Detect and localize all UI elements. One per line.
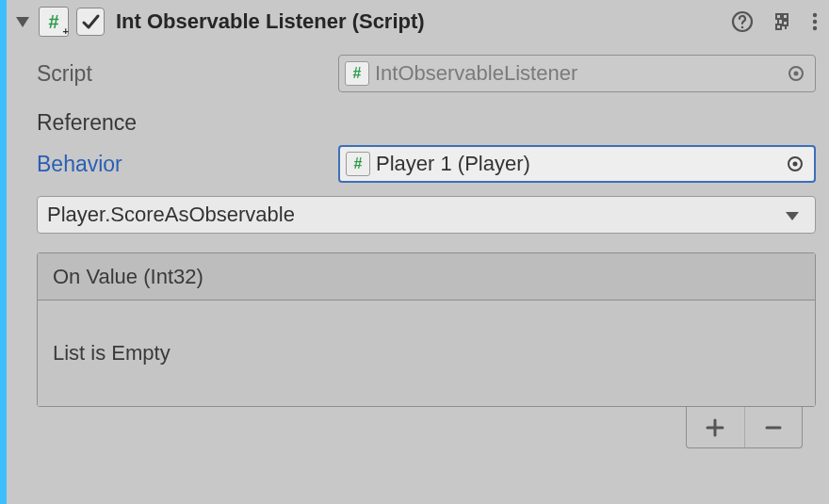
svg-point-7: [813, 26, 817, 30]
add-event-button[interactable]: [687, 407, 744, 447]
reference-row: Reference: [37, 102, 816, 143]
dropdown-row: Player.ScoreAsObservable: [37, 196, 816, 234]
svg-marker-0: [16, 17, 29, 27]
behavior-field[interactable]: # Player 1 (Player): [338, 145, 816, 183]
event-block: On Value (Int32) List is Empty: [37, 252, 816, 407]
script-field[interactable]: # IntObservableListener: [338, 55, 816, 92]
reference-label: Reference: [37, 110, 338, 136]
presets-icon[interactable]: [771, 10, 793, 33]
svg-point-9: [794, 72, 799, 76]
object-picker-icon[interactable]: [787, 64, 805, 83]
hash-icon: #: [354, 156, 363, 171]
svg-point-11: [793, 162, 798, 167]
script-value: IntObservableListener: [375, 61, 577, 86]
help-icon[interactable]: [731, 10, 754, 33]
plus-badge-icon: +: [63, 26, 69, 37]
event-empty-text: List is Empty: [38, 301, 815, 406]
script-label: Script: [37, 61, 338, 87]
hash-icon: #: [353, 66, 362, 81]
inspector-component: # + Int Observable Listener (Script): [0, 0, 829, 504]
observable-dropdown[interactable]: Player.ScoreAsObservable: [37, 196, 816, 234]
svg-point-2: [741, 26, 744, 29]
behavior-value: Player 1 (Player): [376, 152, 530, 176]
component-content: # + Int Observable Listener (Script): [7, 0, 829, 504]
event-footer-buttons: [686, 407, 803, 448]
component-header[interactable]: # + Int Observable Listener (Script): [7, 0, 829, 43]
header-icon-group: [731, 10, 820, 33]
script-icon: #: [346, 152, 370, 176]
behavior-row: Behavior # Player 1 (Player): [37, 143, 816, 185]
svg-point-6: [813, 20, 817, 24]
kebab-menu-icon[interactable]: [810, 10, 820, 33]
chevron-down-icon: [785, 203, 800, 227]
event-footer: [37, 407, 803, 448]
enable-checkbox[interactable]: [76, 8, 105, 36]
svg-point-5: [813, 13, 817, 17]
prefab-override-strip: [0, 0, 7, 504]
remove-event-button[interactable]: [744, 407, 803, 447]
object-picker-icon[interactable]: [786, 154, 805, 173]
dropdown-value: Player.ScoreAsObservable: [47, 203, 295, 227]
event-header: On Value (Int32): [38, 253, 815, 301]
script-icon: #: [345, 61, 369, 86]
script-row: Script # IntObservableListener: [37, 53, 816, 94]
component-body: Script # IntObservableListener Reference: [7, 43, 829, 448]
script-asset-icon: # +: [39, 7, 69, 37]
behavior-label[interactable]: Behavior: [37, 152, 338, 177]
hash-icon: #: [48, 12, 58, 31]
svg-marker-12: [786, 212, 799, 220]
component-title: Int Observable Listener (Script): [116, 9, 723, 34]
foldout-icon[interactable]: [14, 13, 31, 30]
